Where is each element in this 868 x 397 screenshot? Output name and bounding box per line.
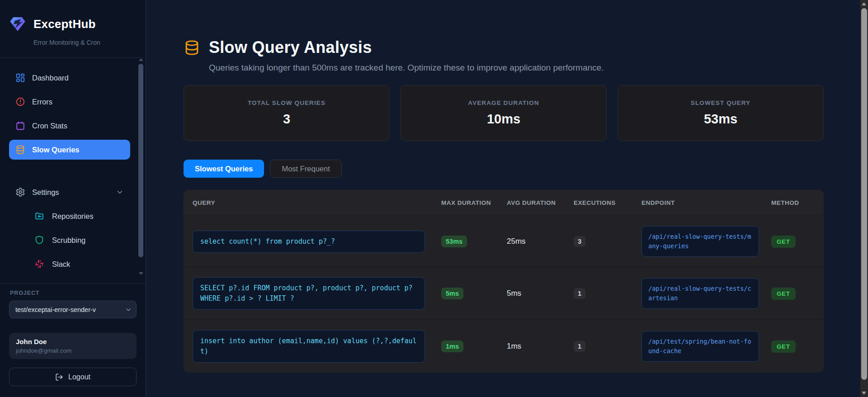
- column-header-avg-duration: AVG DURATION: [507, 198, 574, 207]
- sidebar-item-repositories[interactable]: Repositories: [28, 206, 130, 226]
- table-row: select count(*) from product p?_? 53ms 2…: [184, 216, 824, 267]
- dashboard-grid-icon: [15, 73, 25, 83]
- page-title: Slow Query Analysis: [209, 38, 372, 57]
- sidebar-item-slack[interactable]: Slack: [28, 254, 130, 274]
- sidebar-item-label: Scrubbing: [52, 236, 85, 245]
- stat-label: SLOWEST QUERY: [691, 99, 750, 106]
- query-code: insert into author (email,name,id) value…: [193, 330, 425, 363]
- scroll-down-arrow[interactable]: [862, 392, 866, 395]
- logout-icon: [55, 373, 63, 381]
- alert-circle-icon: [15, 97, 25, 107]
- sidebar-item-slow-queries[interactable]: Slow Queries: [9, 140, 130, 160]
- folder-git-icon: [34, 211, 44, 221]
- column-header-endpoint: ENDPOINT: [642, 198, 771, 207]
- sidebar-item-label: Errors: [32, 98, 52, 106]
- tab-most-frequent[interactable]: Most Frequent: [270, 160, 341, 178]
- tab-slowest-queries[interactable]: Slowest Queries: [184, 160, 264, 178]
- scroll-up-arrow[interactable]: [862, 2, 866, 5]
- user-name: John Doe: [16, 338, 130, 345]
- avg-duration-value: 25ms: [507, 237, 526, 246]
- main-content: Slow Query Analysis Queries taking longe…: [146, 0, 824, 373]
- sidebar-item-dashboard[interactable]: Dashboard: [9, 68, 130, 88]
- stat-label: TOTAL SLOW QUERIES: [248, 99, 326, 106]
- project-select-value: test/exceptai-error-sender-v: [15, 306, 125, 313]
- sidebar-item-errors[interactable]: Errors: [9, 92, 130, 112]
- stat-value: 10ms: [487, 112, 520, 127]
- window-scrollbar-thumb[interactable]: [861, 8, 867, 380]
- executions-badge: 1: [574, 341, 585, 352]
- sidebar-item-label: Slow Queries: [32, 146, 80, 154]
- method-badge: GET: [771, 288, 796, 300]
- database-icon: [15, 145, 25, 155]
- logout-label: Logout: [68, 373, 90, 381]
- page-subtitle: Queries taking longer than 500ms are tra…: [209, 63, 824, 73]
- chevron-down-icon: [116, 188, 124, 196]
- executions-badge: 1: [574, 288, 585, 299]
- query-code: select count(*) from product p?_?: [193, 231, 425, 253]
- window-scrollbar[interactable]: [860, 0, 868, 397]
- column-header-query: QUERY: [193, 198, 441, 207]
- sidebar-item-label: Dashboard: [32, 74, 69, 82]
- scroll-down-arrow[interactable]: [139, 272, 143, 275]
- calendar-icon: [15, 121, 25, 131]
- chevron-down-icon: [125, 306, 132, 313]
- sidebar-footer: PROJECT test/exceptai-error-sender-v Joh…: [0, 283, 146, 397]
- project-label: PROJECT: [10, 290, 137, 296]
- stat-card-slowest-query: SLOWEST QUERY 53ms: [618, 85, 824, 141]
- sidebar-item-label: Slack: [52, 260, 70, 269]
- sidebar-item-cron-stats[interactable]: Cron Stats: [9, 116, 130, 136]
- table-header: QUERY MAX DURATION AVG DURATION EXECUTIO…: [184, 190, 824, 216]
- stat-card-average-duration: AVERAGE DURATION 10ms: [401, 85, 607, 141]
- avg-duration-value: 1ms: [507, 342, 521, 350]
- stat-label: AVERAGE DURATION: [468, 99, 539, 106]
- sidebar-item-label: Repositories: [52, 212, 94, 221]
- table-row: SELECT p?.id FROM product p?, product p?…: [184, 267, 824, 320]
- sidebar: ExceptHub Error Monitoring & Cron Dashbo…: [0, 0, 146, 397]
- project-select[interactable]: test/exceptai-error-sender-v: [9, 301, 137, 318]
- sidebar-scrollbar-thumb[interactable]: [138, 64, 143, 257]
- logout-button[interactable]: Logout: [9, 368, 137, 386]
- sidebar-scrollbar[interactable]: [137, 56, 145, 277]
- method-badge: GET: [771, 340, 796, 353]
- user-email: johndoe@gmail.com: [16, 347, 130, 354]
- endpoint-code: /api/real-slow-query-tests/cartesian: [642, 278, 759, 309]
- stats-row: TOTAL SLOW QUERIES 3 AVERAGE DURATION 10…: [184, 85, 824, 141]
- stat-value: 53ms: [704, 112, 737, 127]
- max-duration-badge: 5ms: [441, 288, 463, 299]
- method-badge: GET: [771, 236, 796, 248]
- app-title: ExceptHub: [33, 17, 96, 31]
- page-header: Slow Query Analysis: [184, 38, 824, 57]
- sidebar-item-label: Cron Stats: [32, 122, 67, 130]
- query-code: SELECT p?.id FROM product p?, product p?…: [193, 277, 425, 310]
- table-row: insert into author (email,name,id) value…: [184, 320, 824, 373]
- user-card: John Doe johndoe@gmail.com: [9, 333, 137, 359]
- stat-value: 3: [283, 112, 290, 127]
- column-header-max-duration: MAX DURATION: [441, 198, 507, 207]
- slow-queries-table: QUERY MAX DURATION AVG DURATION EXECUTIO…: [184, 190, 824, 373]
- column-header-executions: EXECUTIONS: [574, 198, 642, 207]
- excepthub-logo-icon: [9, 15, 26, 33]
- avg-duration-value: 5ms: [507, 289, 521, 298]
- stat-card-total-slow-queries: TOTAL SLOW QUERIES 3: [184, 85, 390, 141]
- gear-icon: [15, 187, 25, 197]
- executions-badge: 3: [574, 236, 585, 247]
- sidebar-item-settings[interactable]: Settings: [9, 182, 130, 202]
- view-tabs: Slowest Queries Most Frequent: [184, 160, 824, 178]
- brand: ExceptHub Error Monitoring & Cron: [0, 0, 146, 58]
- max-duration-badge: 53ms: [441, 236, 467, 247]
- sidebar-item-label: Settings: [32, 188, 59, 197]
- sidebar-nav: Dashboard Errors Cron Stats: [0, 58, 146, 283]
- endpoint-code: /api/real-slow-query-tests/many-queries: [642, 226, 759, 257]
- scroll-up-arrow[interactable]: [139, 58, 143, 61]
- slack-icon: [34, 259, 44, 269]
- column-header-method: METHOD: [771, 198, 815, 207]
- database-icon: [184, 39, 200, 56]
- max-duration-badge: 1ms: [441, 340, 463, 352]
- app-tagline: Error Monitoring & Cron: [33, 39, 137, 46]
- sidebar-item-scrubbing[interactable]: Scrubbing: [28, 230, 130, 250]
- endpoint-code: /api/test/spring/bean-not-found-cache: [642, 331, 759, 362]
- shield-icon: [34, 235, 44, 245]
